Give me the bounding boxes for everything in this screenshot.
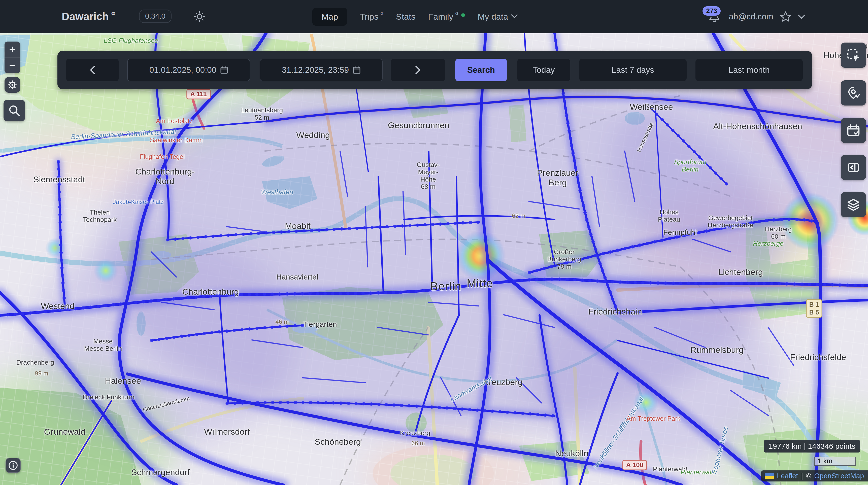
app-logo[interactable]: Dawarich α [62,0,115,33]
alpha-flag: α [380,10,383,16]
notification-count-badge[interactable]: 273 [702,5,721,17]
family-status-dot [461,13,465,17]
settings-button[interactable] [4,77,20,93]
next-period-button[interactable] [391,59,445,81]
layers-icon [846,197,861,212]
user-area: 273 ab@cd.com [708,0,805,33]
map-attribution: Leaflet | © OpenStreetMap [761,471,868,482]
select-area-icon [846,48,861,62]
chevron-down-icon [511,14,518,19]
main-nav: Map Tripsα Stats Familyα My data [312,0,518,33]
info-icon [8,460,18,471]
star-icon[interactable] [780,11,792,22]
zoom-out-button[interactable]: − [4,58,20,73]
last-month-button[interactable]: Last month [695,59,803,81]
theme-toggle-button[interactable] [193,10,206,23]
ukraine-flag-icon [765,473,774,479]
info-button[interactable] [5,458,21,473]
sun-icon [193,10,206,23]
date-to-input[interactable]: 31.12.2025, 23:59 [260,59,383,81]
copyright-symbol: © [806,472,811,480]
alpha-flag: α [111,9,115,17]
osm-link[interactable]: OpenStreetMap [814,472,864,480]
alpha-flag: α [456,10,459,16]
navbar: Dawarich α 0.34.0 Map Tripsα Stats Famil… [0,0,868,33]
tab-trips[interactable]: Tripsα [360,12,383,22]
calendar-icon [220,66,228,74]
calendar-icon [353,66,361,74]
last-7-days-button[interactable]: Last 7 days [579,59,687,81]
tab-my-data[interactable]: My data [477,12,518,22]
distance-points-badge: 19776 km | 146346 points [764,440,860,453]
chevron-down-icon[interactable] [798,14,805,19]
sidebar-collapse-icon [846,160,861,174]
visited-places-button[interactable] [841,80,866,105]
prev-period-button[interactable] [66,59,119,81]
map-search-button[interactable] [3,100,25,121]
today-button[interactable]: Today [517,59,570,81]
select-area-button[interactable] [841,42,866,68]
attribution-separator: | [801,472,803,480]
calendar-panel-button[interactable] [841,118,866,143]
tab-family[interactable]: Familyα [428,12,465,22]
app: LSG FlughafenseeLeutnantsberg 52 mSiemen… [0,0,868,485]
version-badge: 0.34.0 [139,9,172,23]
zoom-control: + − [4,41,20,73]
search-button[interactable]: Search [455,59,507,81]
tab-map[interactable]: Map [312,8,347,26]
chevron-left-icon [90,65,95,74]
tab-stats[interactable]: Stats [396,12,415,22]
date-control-bar: 01.01.2025, 00:00 31.12.2025, 23:59 Sear… [57,51,812,89]
toggle-panel-button[interactable] [841,155,866,180]
layers-button[interactable] [841,192,866,217]
chevron-right-icon [415,65,421,74]
zoom-in-button[interactable]: + [4,41,20,57]
map-scale-control: 1 km [814,457,856,465]
gear-icon [7,79,18,90]
search-icon [8,104,21,117]
notifications-button[interactable]: 273 [708,10,721,24]
leaflet-link[interactable]: Leaflet [777,472,798,480]
app-title: Dawarich [62,10,109,23]
map-pin-check-icon [846,86,861,100]
date-from-input[interactable]: 01.01.2025, 00:00 [127,59,250,81]
user-email[interactable]: ab@cd.com [729,12,773,22]
calendar-check-icon [846,123,861,137]
